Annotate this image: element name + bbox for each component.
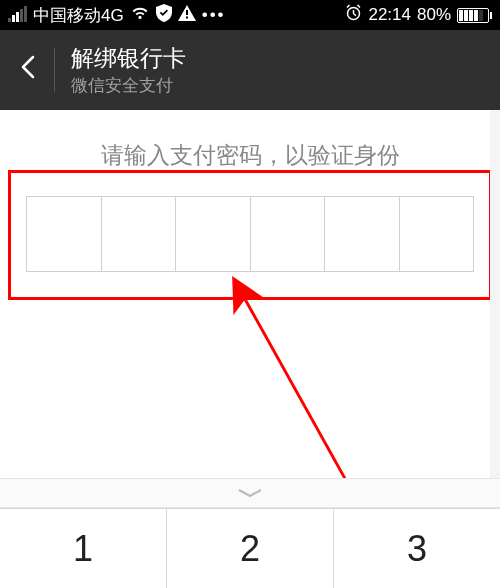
key-2[interactable]: 2 xyxy=(166,508,333,588)
status-left: 中国移动4G ••• xyxy=(8,4,226,27)
more-icon: ••• xyxy=(202,5,226,25)
pin-cell-6[interactable] xyxy=(399,196,475,272)
status-right: 22:14 80% xyxy=(345,4,492,26)
title-bar: 解绑银行卡 微信安全支付 xyxy=(0,30,500,110)
svg-line-3 xyxy=(245,299,345,478)
key-3[interactable]: 3 xyxy=(333,508,500,588)
status-bar: 中国移动4G ••• 22:14 80% xyxy=(0,0,500,30)
pin-cell-3[interactable] xyxy=(175,196,250,272)
chevron-down-icon xyxy=(235,487,265,499)
page-title: 解绑银行卡 xyxy=(71,44,186,73)
battery-icon xyxy=(457,8,492,23)
content-area: 请输入支付密码，以验证身份 xyxy=(0,110,500,498)
title-divider xyxy=(54,48,55,92)
pin-cell-1[interactable] xyxy=(26,196,101,272)
security-icon xyxy=(156,4,172,27)
pin-input[interactable] xyxy=(26,196,474,272)
app-screen: 中国移动4G ••• 22:14 80% xyxy=(0,0,500,588)
svg-rect-1 xyxy=(186,16,188,18)
pin-cell-5[interactable] xyxy=(324,196,399,272)
battery-percent: 80% xyxy=(417,5,451,25)
keyboard-collapse-handle[interactable] xyxy=(0,478,500,508)
pin-cell-2[interactable] xyxy=(101,196,176,272)
alarm-icon xyxy=(345,4,362,26)
carrier-label: 中国移动4G xyxy=(33,4,124,27)
cellular-signal-icon xyxy=(8,8,27,22)
svg-rect-0 xyxy=(186,10,188,15)
instruction-text: 请输入支付密码，以验证身份 xyxy=(0,110,500,171)
pin-cell-4[interactable] xyxy=(250,196,325,272)
clock-label: 22:14 xyxy=(368,5,411,25)
warning-icon xyxy=(178,5,196,26)
numeric-keypad: 1 2 3 xyxy=(0,508,500,588)
page-subtitle: 微信安全支付 xyxy=(71,75,186,96)
title-block: 解绑银行卡 微信安全支付 xyxy=(71,44,186,96)
wifi-icon xyxy=(130,5,150,26)
key-1[interactable]: 1 xyxy=(0,508,166,588)
back-button[interactable] xyxy=(16,53,42,87)
